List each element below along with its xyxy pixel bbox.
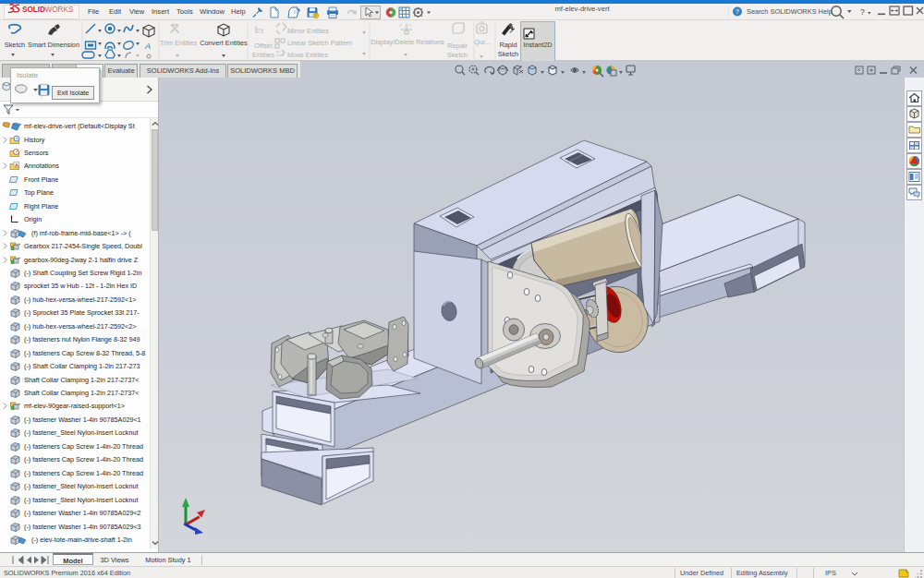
svg-text:?: ? bbox=[736, 7, 739, 16]
svg-text:?: ? bbox=[860, 7, 865, 17]
svg-text:SOLID: SOLID bbox=[22, 6, 45, 14]
svg-text:!: ! bbox=[315, 13, 316, 18]
svg-text:A: A bbox=[144, 42, 151, 51]
svg-text:WORKS: WORKS bbox=[45, 6, 74, 14]
svg-text:Search SOLIDWORKS Help: Search SOLIDWORKS Help bbox=[747, 7, 833, 16]
